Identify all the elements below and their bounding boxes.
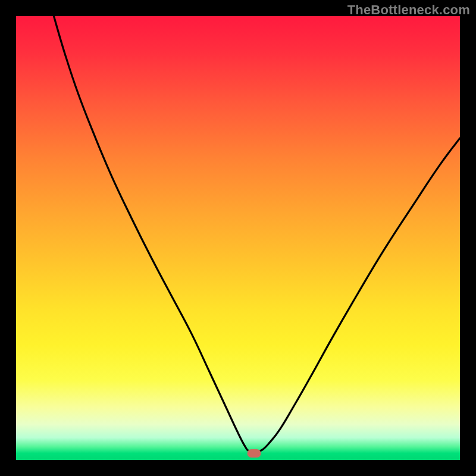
bottleneck-curve xyxy=(16,16,460,460)
plot-area xyxy=(16,16,460,460)
chart-frame: TheBottleneck.com xyxy=(0,0,476,476)
optimum-marker xyxy=(247,449,261,458)
